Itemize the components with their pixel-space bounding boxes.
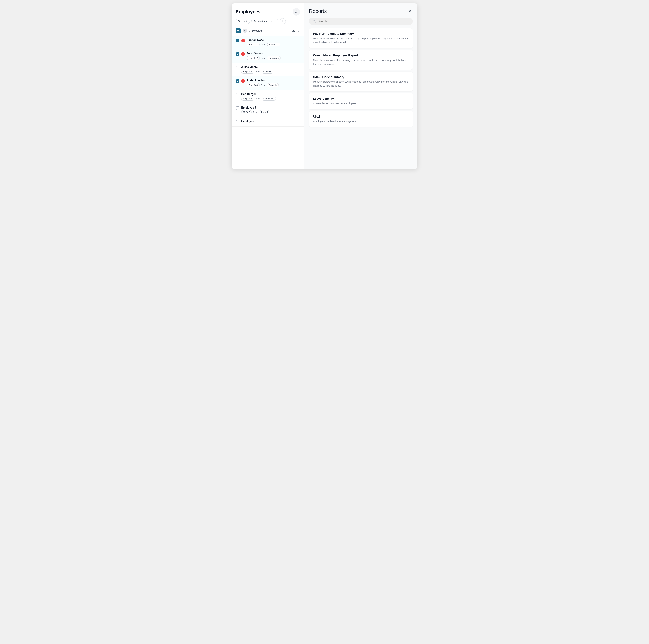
reports-search-input[interactable] xyxy=(318,19,409,23)
report-card-description: Monthly breakdown of all earnings, deduc… xyxy=(313,58,409,66)
employee-name: Boris Jumaine xyxy=(247,79,300,82)
employee-id-tag: Empl 086 xyxy=(241,97,254,100)
more-vertical-icon xyxy=(299,29,299,32)
employee-checkbox[interactable] xyxy=(236,79,240,83)
report-card-title: Leave Liability xyxy=(313,97,409,100)
close-button[interactable] xyxy=(407,8,413,14)
team-tag: Harvestin xyxy=(267,43,280,46)
employee-row[interactable]: !John GreeneEmpl 042TeamPackstore xyxy=(231,49,304,63)
employee-row[interactable]: !Boris JumaineEmpl 048TeamCasuals xyxy=(231,76,304,90)
employee-tags: Ma007TeamTeam 7 xyxy=(241,110,300,114)
employee-id-tag: Ma007 xyxy=(241,110,252,114)
main-container: Employees Teams + Permission access + + xyxy=(231,3,418,169)
page-title: Employees xyxy=(235,9,261,14)
employee-info: Employee 7Ma007TeamTeam 7 xyxy=(241,106,300,114)
permission-filter-plus-icon: + xyxy=(274,20,276,23)
employee-checkbox[interactable] xyxy=(236,106,240,110)
employee-info: Ben BurgerEmpl 086TeamPermanent xyxy=(241,93,300,100)
team-label: Team xyxy=(261,84,266,86)
report-card[interactable]: Consolidated Employee ReportMonthly brea… xyxy=(309,50,413,70)
employee-info: Julias MooreEmpl 043TeamCasuals xyxy=(241,66,300,74)
employee-checkbox[interactable] xyxy=(236,52,240,56)
employee-info: Employee 8 xyxy=(241,120,300,124)
team-tag: Packstore xyxy=(267,56,280,60)
employee-checkbox[interactable] xyxy=(236,66,240,69)
close-icon xyxy=(408,9,412,13)
selection-dropdown-button[interactable]: ▾ xyxy=(243,29,247,33)
minus-icon: − xyxy=(237,29,239,33)
team-label: Team xyxy=(261,43,266,46)
filter-bar: Teams + Permission access + + xyxy=(231,18,304,26)
svg-point-5 xyxy=(299,31,299,32)
search-bar-icon xyxy=(312,19,316,23)
chevron-down-icon: ▾ xyxy=(245,30,246,32)
employee-tags: Empl 048TeamCasuals xyxy=(247,83,300,87)
reports-panel: Reports Pay Run Template SummaryMonthly … xyxy=(304,3,418,169)
teams-filter-label: Teams xyxy=(238,20,245,23)
employee-row[interactable]: Ben BurgerEmpl 086TeamPermanent xyxy=(231,90,304,103)
report-card-title: Pay Run Template Summary xyxy=(313,32,409,36)
employee-checkbox[interactable] xyxy=(236,120,240,123)
alert-icon: ! xyxy=(241,52,245,56)
employee-name: John Greene xyxy=(247,52,300,55)
employee-row[interactable]: Employee 8 xyxy=(231,117,304,127)
download-icon xyxy=(291,29,295,32)
employee-tags: Empl 086TeamPermanent xyxy=(241,97,300,100)
plus-icon: + xyxy=(282,19,284,23)
employee-info: Hannah RoseEmpl 021TeamHarvestin xyxy=(247,39,300,46)
deselect-all-button[interactable]: − xyxy=(235,28,241,33)
employee-checkbox[interactable] xyxy=(236,93,240,96)
alert-icon: ! xyxy=(241,39,245,42)
employee-name: Ben Burger xyxy=(241,93,300,96)
report-card-description: Monthly breakdown of each pay run templa… xyxy=(313,37,409,44)
employees-list: !Hannah RoseEmpl 021TeamHarvestin!John G… xyxy=(231,36,304,169)
team-tag: Casuals xyxy=(262,70,273,74)
search-button[interactable] xyxy=(293,8,300,15)
team-label: Team xyxy=(261,57,266,59)
team-label: Team xyxy=(255,97,261,100)
employee-name: Hannah Rose xyxy=(247,39,300,42)
more-filters-button[interactable]: + xyxy=(280,18,286,24)
employee-tags: Empl 042TeamPackstore xyxy=(247,56,300,60)
employee-name: Employee 7 xyxy=(241,106,300,109)
teams-filter-chip[interactable]: Teams + xyxy=(235,18,250,24)
selection-bar: − ▾ 3 Selected xyxy=(231,26,304,36)
report-card-description: Monthly breakdown of each SARS code per … xyxy=(313,80,409,88)
employee-info: Boris JumaineEmpl 048TeamCasuals xyxy=(247,79,300,87)
report-card[interactable]: UI-19Employers Declaration of employment… xyxy=(309,111,413,127)
more-actions-button[interactable] xyxy=(298,28,300,34)
employee-name: Employee 8 xyxy=(241,120,300,123)
employee-row[interactable]: !Hannah RoseEmpl 021TeamHarvestin xyxy=(231,36,304,49)
report-card[interactable]: SARS Code summaryMonthly breakdown of ea… xyxy=(309,72,413,91)
search-icon xyxy=(295,10,298,13)
report-card[interactable]: Leave LiabilityCurrent leave balances pe… xyxy=(309,93,413,109)
employees-panel: Employees Teams + Permission access + + xyxy=(231,3,304,169)
report-card-description: Employers Declaration of employment. xyxy=(313,120,409,123)
team-tag: Team 7 xyxy=(259,110,270,114)
reports-list: Pay Run Template SummaryMonthly breakdow… xyxy=(309,29,413,127)
reports-search-bar[interactable] xyxy=(309,17,413,25)
permission-filter-label: Permission access xyxy=(254,20,274,23)
team-tag: Permanent xyxy=(262,97,276,100)
svg-line-1 xyxy=(297,12,298,13)
report-card-title: SARS Code summary xyxy=(313,75,409,79)
employee-row[interactable]: Julias MooreEmpl 043TeamCasuals xyxy=(231,63,304,76)
employee-id-tag: Empl 042 xyxy=(247,56,260,60)
selected-count-label: 3 Selected xyxy=(249,29,289,32)
employee-id-tag: Empl 021 xyxy=(247,43,260,46)
permission-filter-chip[interactable]: Permission access + xyxy=(251,18,278,24)
report-card[interactable]: Pay Run Template SummaryMonthly breakdow… xyxy=(309,29,413,48)
employee-checkbox[interactable] xyxy=(236,39,240,42)
employee-info: John GreeneEmpl 042TeamPackstore xyxy=(247,52,300,60)
report-card-title: Consolidated Employee Report xyxy=(313,54,409,57)
employee-name: Julias Moore xyxy=(241,66,300,69)
employee-row[interactable]: Employee 7Ma007TeamTeam 7 xyxy=(231,103,304,117)
reports-header: Reports xyxy=(309,8,413,14)
alert-icon: ! xyxy=(241,79,245,83)
teams-filter-plus-icon: + xyxy=(246,20,247,23)
download-button[interactable] xyxy=(291,28,296,34)
team-tag: Casuals xyxy=(267,83,279,87)
left-header: Employees xyxy=(231,3,304,18)
employee-id-tag: Empl 048 xyxy=(247,83,260,87)
employee-tags: Empl 043TeamCasuals xyxy=(241,70,300,74)
